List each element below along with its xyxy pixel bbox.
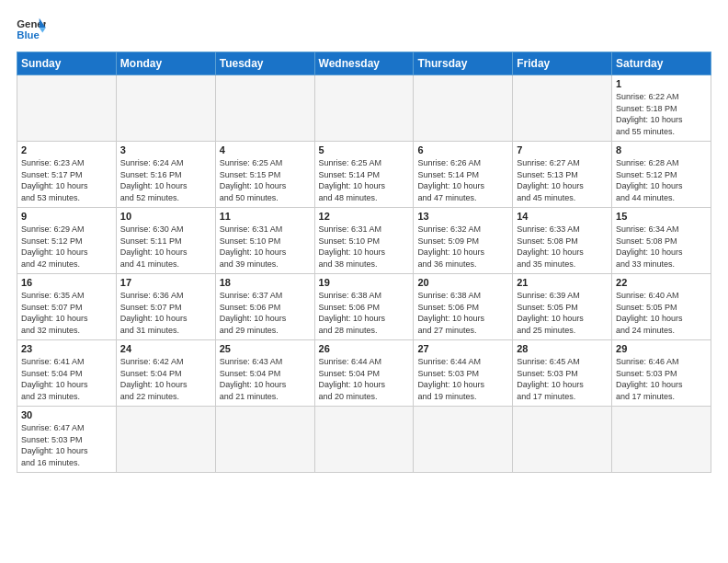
week-row-1: 1Sunrise: 6:22 AM Sunset: 5:18 PM Daylig… bbox=[17, 75, 711, 142]
logo: General Blue bbox=[17, 17, 46, 42]
day-cell bbox=[513, 75, 612, 142]
day-info: Sunrise: 6:28 AM Sunset: 5:12 PM Dayligh… bbox=[616, 157, 707, 203]
day-info: Sunrise: 6:36 AM Sunset: 5:07 PM Dayligh… bbox=[120, 290, 211, 336]
day-cell: 27Sunrise: 6:44 AM Sunset: 5:03 PM Dayli… bbox=[414, 340, 513, 407]
day-info: Sunrise: 6:25 AM Sunset: 5:15 PM Dayligh… bbox=[220, 157, 311, 203]
day-cell bbox=[215, 75, 314, 142]
day-number: 7 bbox=[517, 144, 608, 155]
day-number: 28 bbox=[517, 343, 608, 354]
day-number: 14 bbox=[517, 211, 608, 222]
day-info: Sunrise: 6:34 AM Sunset: 5:08 PM Dayligh… bbox=[616, 224, 707, 270]
day-cell: 16Sunrise: 6:35 AM Sunset: 5:07 PM Dayli… bbox=[17, 274, 117, 340]
day-number: 26 bbox=[319, 343, 410, 354]
day-cell: 20Sunrise: 6:38 AM Sunset: 5:06 PM Dayli… bbox=[414, 274, 513, 340]
weekday-wednesday: Wednesday bbox=[314, 52, 414, 75]
day-number: 16 bbox=[21, 277, 112, 288]
day-number: 23 bbox=[21, 343, 112, 354]
day-number: 6 bbox=[417, 144, 508, 155]
day-info: Sunrise: 6:22 AM Sunset: 5:18 PM Dayligh… bbox=[616, 91, 707, 137]
day-info: Sunrise: 6:45 AM Sunset: 5:03 PM Dayligh… bbox=[517, 356, 608, 402]
day-cell: 5Sunrise: 6:25 AM Sunset: 5:14 PM Daylig… bbox=[314, 142, 414, 208]
day-cell: 12Sunrise: 6:31 AM Sunset: 5:10 PM Dayli… bbox=[314, 208, 414, 274]
day-info: Sunrise: 6:38 AM Sunset: 5:06 PM Dayligh… bbox=[319, 290, 410, 336]
day-cell: 10Sunrise: 6:30 AM Sunset: 5:11 PM Dayli… bbox=[116, 208, 215, 274]
day-info: Sunrise: 6:26 AM Sunset: 5:14 PM Dayligh… bbox=[417, 157, 508, 203]
day-cell: 1Sunrise: 6:22 AM Sunset: 5:18 PM Daylig… bbox=[612, 75, 711, 142]
day-info: Sunrise: 6:27 AM Sunset: 5:13 PM Dayligh… bbox=[517, 157, 608, 203]
week-row-4: 16Sunrise: 6:35 AM Sunset: 5:07 PM Dayli… bbox=[17, 274, 711, 340]
day-number: 18 bbox=[220, 277, 311, 288]
day-cell bbox=[314, 75, 414, 142]
day-info: Sunrise: 6:23 AM Sunset: 5:17 PM Dayligh… bbox=[21, 157, 112, 203]
weekday-monday: Monday bbox=[116, 52, 215, 75]
weekday-sunday: Sunday bbox=[17, 52, 117, 75]
day-number: 8 bbox=[616, 144, 707, 155]
svg-marker-3 bbox=[40, 28, 46, 32]
day-info: Sunrise: 6:25 AM Sunset: 5:14 PM Dayligh… bbox=[319, 157, 410, 203]
day-info: Sunrise: 6:42 AM Sunset: 5:04 PM Dayligh… bbox=[120, 356, 211, 402]
day-cell: 25Sunrise: 6:43 AM Sunset: 5:04 PM Dayli… bbox=[215, 340, 314, 407]
day-info: Sunrise: 6:38 AM Sunset: 5:06 PM Dayligh… bbox=[417, 290, 508, 336]
day-number: 9 bbox=[21, 211, 112, 222]
day-number: 12 bbox=[319, 211, 410, 222]
day-info: Sunrise: 6:41 AM Sunset: 5:04 PM Dayligh… bbox=[21, 356, 112, 402]
day-number: 5 bbox=[319, 144, 410, 155]
day-number: 30 bbox=[21, 409, 112, 420]
day-info: Sunrise: 6:43 AM Sunset: 5:04 PM Dayligh… bbox=[220, 356, 311, 402]
day-cell bbox=[215, 407, 314, 473]
day-info: Sunrise: 6:30 AM Sunset: 5:11 PM Dayligh… bbox=[120, 224, 211, 270]
day-cell bbox=[116, 75, 215, 142]
day-cell bbox=[612, 407, 711, 473]
calendar: SundayMondayTuesdayWednesdayThursdayFrid… bbox=[17, 52, 711, 473]
day-cell: 14Sunrise: 6:33 AM Sunset: 5:08 PM Dayli… bbox=[513, 208, 612, 274]
day-info: Sunrise: 6:40 AM Sunset: 5:05 PM Dayligh… bbox=[616, 290, 707, 336]
day-cell: 4Sunrise: 6:25 AM Sunset: 5:15 PM Daylig… bbox=[215, 142, 314, 208]
day-info: Sunrise: 6:44 AM Sunset: 5:03 PM Dayligh… bbox=[417, 356, 508, 402]
page: General Blue SundayMondayTuesdayWednesda… bbox=[0, 0, 728, 563]
week-row-6: 30Sunrise: 6:47 AM Sunset: 5:03 PM Dayli… bbox=[17, 407, 711, 473]
header: General Blue bbox=[17, 17, 711, 42]
day-cell bbox=[414, 75, 513, 142]
day-number: 27 bbox=[417, 343, 508, 354]
day-number: 11 bbox=[220, 211, 311, 222]
day-number: 29 bbox=[616, 343, 707, 354]
day-info: Sunrise: 6:37 AM Sunset: 5:06 PM Dayligh… bbox=[220, 290, 311, 336]
day-cell: 3Sunrise: 6:24 AM Sunset: 5:16 PM Daylig… bbox=[116, 142, 215, 208]
day-cell: 29Sunrise: 6:46 AM Sunset: 5:03 PM Dayli… bbox=[612, 340, 711, 407]
day-cell: 22Sunrise: 6:40 AM Sunset: 5:05 PM Dayli… bbox=[612, 274, 711, 340]
day-number: 20 bbox=[417, 277, 508, 288]
day-info: Sunrise: 6:33 AM Sunset: 5:08 PM Dayligh… bbox=[517, 224, 608, 270]
day-cell: 30Sunrise: 6:47 AM Sunset: 5:03 PM Dayli… bbox=[17, 407, 117, 473]
day-info: Sunrise: 6:46 AM Sunset: 5:03 PM Dayligh… bbox=[616, 356, 707, 402]
day-cell: 17Sunrise: 6:36 AM Sunset: 5:07 PM Dayli… bbox=[116, 274, 215, 340]
day-cell bbox=[314, 407, 414, 473]
day-info: Sunrise: 6:35 AM Sunset: 5:07 PM Dayligh… bbox=[21, 290, 112, 336]
weekday-thursday: Thursday bbox=[414, 52, 513, 75]
day-info: Sunrise: 6:31 AM Sunset: 5:10 PM Dayligh… bbox=[319, 224, 410, 270]
day-cell: 26Sunrise: 6:44 AM Sunset: 5:04 PM Dayli… bbox=[314, 340, 414, 407]
day-cell: 21Sunrise: 6:39 AM Sunset: 5:05 PM Dayli… bbox=[513, 274, 612, 340]
day-cell: 9Sunrise: 6:29 AM Sunset: 5:12 PM Daylig… bbox=[17, 208, 117, 274]
logo-icon: General Blue bbox=[17, 17, 46, 42]
week-row-3: 9Sunrise: 6:29 AM Sunset: 5:12 PM Daylig… bbox=[17, 208, 711, 274]
day-number: 24 bbox=[120, 343, 211, 354]
day-number: 15 bbox=[616, 211, 707, 222]
day-cell: 15Sunrise: 6:34 AM Sunset: 5:08 PM Dayli… bbox=[612, 208, 711, 274]
day-info: Sunrise: 6:44 AM Sunset: 5:04 PM Dayligh… bbox=[319, 356, 410, 402]
day-cell: 18Sunrise: 6:37 AM Sunset: 5:06 PM Dayli… bbox=[215, 274, 314, 340]
day-number: 13 bbox=[417, 211, 508, 222]
weekday-saturday: Saturday bbox=[612, 52, 711, 75]
day-cell: 7Sunrise: 6:27 AM Sunset: 5:13 PM Daylig… bbox=[513, 142, 612, 208]
weekday-tuesday: Tuesday bbox=[215, 52, 314, 75]
day-number: 2 bbox=[21, 144, 112, 155]
day-cell bbox=[116, 407, 215, 473]
day-cell bbox=[414, 407, 513, 473]
day-number: 4 bbox=[220, 144, 311, 155]
day-cell: 19Sunrise: 6:38 AM Sunset: 5:06 PM Dayli… bbox=[314, 274, 414, 340]
day-number: 21 bbox=[517, 277, 608, 288]
day-cell bbox=[17, 75, 117, 142]
week-row-5: 23Sunrise: 6:41 AM Sunset: 5:04 PM Dayli… bbox=[17, 340, 711, 407]
week-row-2: 2Sunrise: 6:23 AM Sunset: 5:17 PM Daylig… bbox=[17, 142, 711, 208]
day-cell: 2Sunrise: 6:23 AM Sunset: 5:17 PM Daylig… bbox=[17, 142, 117, 208]
day-cell: 6Sunrise: 6:26 AM Sunset: 5:14 PM Daylig… bbox=[414, 142, 513, 208]
